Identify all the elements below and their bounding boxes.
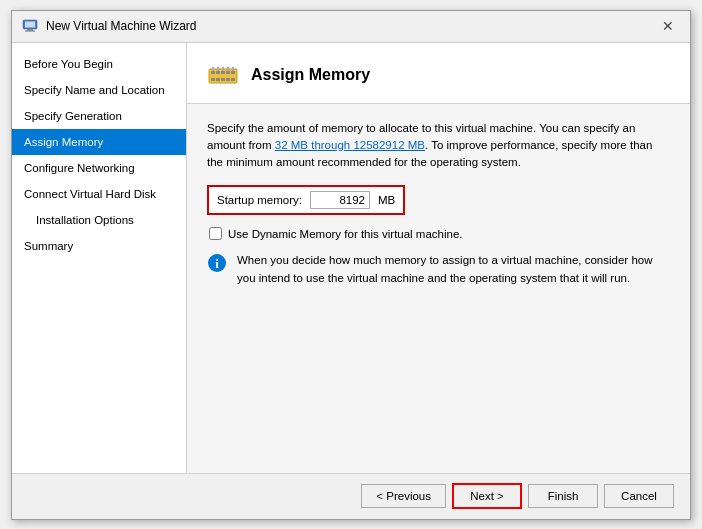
memory-row: Startup memory: MB (207, 185, 405, 215)
svg-rect-9 (231, 71, 235, 74)
sidebar-item-installation-options[interactable]: Installation Options (12, 207, 186, 233)
dialog-window: New Virtual Machine Wizard ✕ Before You … (11, 10, 691, 520)
dynamic-memory-checkbox[interactable] (209, 227, 222, 240)
main-header: Assign Memory (187, 43, 690, 104)
info-icon: i (207, 253, 227, 273)
svg-rect-8 (226, 71, 230, 74)
sidebar-item-before-you-begin[interactable]: Before You Begin (12, 51, 186, 77)
svg-rect-11 (216, 78, 220, 81)
sidebar-item-networking[interactable]: Configure Networking (12, 155, 186, 181)
main-panel: Assign Memory Specify the amount of memo… (187, 43, 690, 473)
main-content: Specify the amount of memory to allocate… (187, 104, 690, 473)
page-title: Assign Memory (251, 66, 370, 84)
title-bar: New Virtual Machine Wizard ✕ (12, 11, 690, 43)
dynamic-memory-label: Use Dynamic Memory for this virtual mach… (228, 228, 463, 240)
title-bar-left: New Virtual Machine Wizard (22, 18, 197, 34)
svg-rect-19 (232, 67, 234, 71)
next-button[interactable]: Next > (452, 483, 522, 509)
svg-rect-12 (221, 78, 225, 81)
info-text: When you decide how much memory to assig… (237, 252, 670, 287)
svg-rect-16 (217, 67, 219, 71)
svg-rect-5 (211, 71, 215, 74)
memory-icon (207, 59, 239, 91)
cancel-button[interactable]: Cancel (604, 484, 674, 508)
svg-rect-18 (227, 67, 229, 71)
footer: < Previous Next > Finish Cancel (12, 473, 690, 519)
memory-label: Startup memory: (217, 194, 302, 206)
svg-rect-14 (231, 78, 235, 81)
sidebar-item-assign-memory[interactable]: Assign Memory (12, 129, 186, 155)
content-area: Before You Begin Specify Name and Locati… (12, 43, 690, 473)
svg-rect-15 (212, 67, 214, 71)
svg-rect-17 (222, 67, 224, 71)
title-text: New Virtual Machine Wizard (46, 19, 197, 33)
svg-rect-13 (226, 78, 230, 81)
sidebar-item-hard-disk[interactable]: Connect Virtual Hard Disk (12, 181, 186, 207)
memory-input-wrapper: Startup memory: MB (207, 185, 670, 215)
close-button[interactable]: ✕ (656, 16, 680, 36)
sidebar-item-name-location[interactable]: Specify Name and Location (12, 77, 186, 103)
svg-rect-1 (25, 22, 35, 28)
svg-text:i: i (215, 256, 219, 271)
wizard-icon (22, 18, 38, 34)
svg-rect-2 (27, 29, 33, 31)
sidebar-item-summary[interactable]: Summary (12, 233, 186, 259)
info-box: i When you decide how much memory to ass… (207, 252, 670, 287)
finish-button[interactable]: Finish (528, 484, 598, 508)
previous-button[interactable]: < Previous (361, 484, 446, 508)
sidebar: Before You Begin Specify Name and Locati… (12, 43, 187, 473)
svg-rect-3 (25, 31, 35, 32)
startup-memory-input[interactable] (310, 191, 370, 209)
svg-rect-6 (216, 71, 220, 74)
description-text: Specify the amount of memory to allocate… (207, 120, 670, 172)
svg-rect-10 (211, 78, 215, 81)
svg-rect-7 (221, 71, 225, 74)
memory-unit: MB (378, 194, 395, 206)
dynamic-memory-row: Use Dynamic Memory for this virtual mach… (209, 227, 670, 240)
sidebar-item-generation[interactable]: Specify Generation (12, 103, 186, 129)
